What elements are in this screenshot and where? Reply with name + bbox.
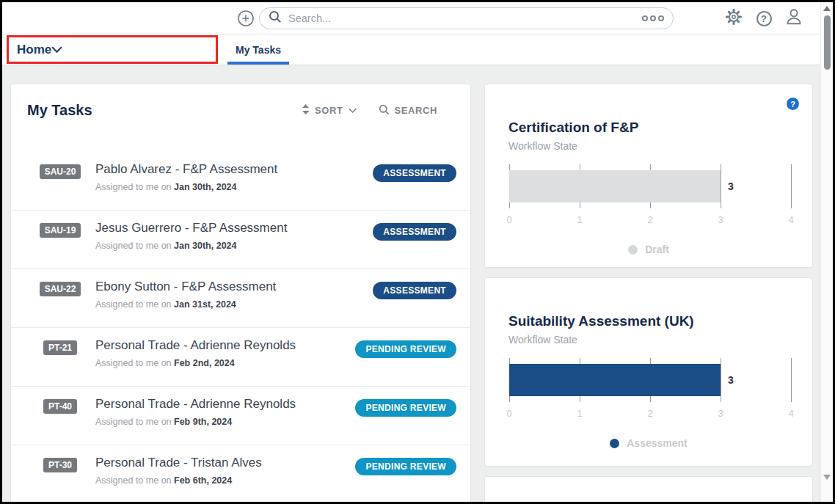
task-row[interactable]: SAU-19 Jesus Guerrero - F&P Assessment A… <box>11 211 470 269</box>
task-assigned-line: Assigned to me on Feb 9th, 2024 <box>95 417 296 427</box>
status-badge: PENDING REVIEW <box>355 340 456 358</box>
tick-line <box>791 164 792 208</box>
app-window: ? Home My Tasks My Tasks <box>2 2 833 502</box>
create-new-button[interactable] <box>237 10 255 27</box>
chart-title: Suitability Assessment (UK) <box>508 313 812 329</box>
chart-legend-item[interactable]: Assessment <box>485 437 812 449</box>
settings-button[interactable] <box>725 10 743 27</box>
task-assigned-date: Jan 31st, 2024 <box>174 299 236 310</box>
search-icon <box>379 104 390 117</box>
tick-label: 2 <box>647 408 652 419</box>
my-tasks-panel: My Tasks SORT SEARCH SAU-20 Pablo Alvare… <box>10 84 471 502</box>
gear-icon <box>725 8 743 29</box>
task-assigned-line: Assigned to me on Jan 30th, 2024 <box>95 241 287 251</box>
chart-plot-area: 3 <box>509 358 791 402</box>
task-assigned-date: Feb 2nd, 2024 <box>174 358 235 368</box>
scroll-down-arrow-icon[interactable] <box>823 475 831 480</box>
task-id-badge: SAU-22 <box>40 282 81 296</box>
status-badge: ASSESSMENT <box>373 282 456 299</box>
tick-label: 3 <box>718 408 723 419</box>
tick-label: 1 <box>577 214 582 225</box>
question-mark-icon: ? <box>756 11 772 26</box>
tick-label: 0 <box>506 408 511 419</box>
help-button[interactable]: ? <box>755 10 773 27</box>
bar-value-label: 3 <box>728 374 734 386</box>
task-assigned-line: Assigned to me on Feb 6th, 2024 <box>95 475 262 486</box>
task-id-badge: PT-21 <box>43 340 77 355</box>
search-icon <box>269 10 288 26</box>
tick-line <box>721 164 721 208</box>
status-badge: PENDING REVIEW <box>355 399 456 417</box>
task-list: SAU-20 Pablo Alvarez - F&P Assessment As… <box>11 152 470 502</box>
plus-circle-icon <box>237 17 255 29</box>
task-assigned-date: Jan 30th, 2024 <box>174 182 236 192</box>
chart-legend-item[interactable]: Draft <box>485 244 812 255</box>
sort-button[interactable]: SORT <box>302 104 357 117</box>
search-input[interactable] <box>288 12 642 24</box>
user-profile-button[interactable] <box>785 10 803 27</box>
tab-my-tasks[interactable]: My Tasks <box>227 34 289 65</box>
legend-dot <box>610 439 619 448</box>
status-badge: ASSESSMENT <box>373 164 456 182</box>
task-id-badge: PT-40 <box>43 399 77 414</box>
chevron-down-icon <box>349 105 357 116</box>
search-tasks-button[interactable]: SEARCH <box>379 104 438 117</box>
task-row[interactable]: SAU-20 Pablo Alvarez - F&P Assessment As… <box>11 152 470 211</box>
global-search-bar[interactable] <box>259 7 674 29</box>
screenshot-frame: ? Home My Tasks My Tasks <box>0 0 835 504</box>
bar-value-label: 3 <box>728 180 734 192</box>
legend-label: Assessment <box>627 437 688 449</box>
chart-help-icon[interactable]: ? <box>787 98 799 110</box>
task-title: Jesus Guerrero - F&P Assessment <box>95 221 287 235</box>
task-row[interactable]: PT-30 Personal Trade - Tristan Alves Ass… <box>11 445 470 502</box>
tick-line <box>791 358 792 402</box>
chart-subtitle: Workflow State <box>508 140 812 152</box>
tick-line <box>721 358 721 402</box>
chart-plot-area: 3 <box>509 164 791 208</box>
task-assigned-date: Feb 9th, 2024 <box>174 417 232 427</box>
chart-title: Certification of F&P <box>508 120 812 136</box>
chart-tick-labels: 01234 <box>509 408 791 421</box>
active-tab-indicator <box>227 62 289 65</box>
chevron-down-icon <box>51 43 62 56</box>
task-title: Personal Trade - Tristan Alves <box>95 456 262 470</box>
task-row[interactable]: SAU-22 Ebony Sutton - F&P Assessment Ass… <box>11 269 470 328</box>
legend-dot <box>628 245 638 255</box>
chart-card-certification-of-fp: ? Certification of F&P Workflow State 3 … <box>484 84 813 268</box>
task-id-badge: PT-30 <box>43 458 77 472</box>
nav-bar: Home My Tasks <box>2 34 833 65</box>
task-row[interactable]: PT-21 Personal Trade - Adrienne Reynolds… <box>11 328 470 387</box>
chart-tick-labels: 01234 <box>509 214 791 227</box>
task-title: Personal Trade - Adrienne Reynolds <box>95 338 296 353</box>
status-badge: ASSESSMENT <box>373 223 456 241</box>
tick-label: 4 <box>788 408 793 419</box>
home-dropdown[interactable]: Home <box>10 34 215 65</box>
sort-arrows-icon <box>302 104 310 117</box>
tick-label: 2 <box>647 214 652 225</box>
search-label: SEARCH <box>395 105 438 116</box>
tick-label: 4 <box>788 214 793 225</box>
task-id-badge: SAU-20 <box>40 164 81 179</box>
chart-bar <box>509 170 721 202</box>
chart-bar <box>509 364 721 396</box>
tick-label: 0 <box>506 214 511 225</box>
task-assigned-line: Assigned to me on Jan 30th, 2024 <box>95 182 277 192</box>
sort-label: SORT <box>315 105 343 116</box>
scroll-up-arrow-icon[interactable] <box>823 6 831 11</box>
vertical-scrollbar[interactable] <box>820 2 833 502</box>
task-title: Ebony Sutton - F&P Assessment <box>95 280 276 294</box>
task-assigned-line: Assigned to me on Jan 31st, 2024 <box>95 299 276 310</box>
legend-label: Draft <box>645 244 669 255</box>
task-assigned-date: Feb 6th, 2024 <box>174 475 232 486</box>
main-content: My Tasks SORT SEARCH SAU-20 Pablo Alvare… <box>2 65 833 502</box>
tick-label: 3 <box>718 214 723 225</box>
search-options-icon[interactable] <box>642 15 664 21</box>
scrollbar-thumb[interactable] <box>824 15 831 70</box>
task-assigned-line: Assigned to me on Feb 2nd, 2024 <box>95 358 296 368</box>
home-dropdown-label: Home <box>17 43 51 57</box>
status-badge: PENDING REVIEW <box>355 458 456 475</box>
person-icon <box>784 7 803 29</box>
top-bar: ? <box>2 2 833 34</box>
task-id-badge: SAU-19 <box>40 223 81 238</box>
task-row[interactable]: PT-40 Personal Trade - Adrienne Reynolds… <box>11 387 470 445</box>
